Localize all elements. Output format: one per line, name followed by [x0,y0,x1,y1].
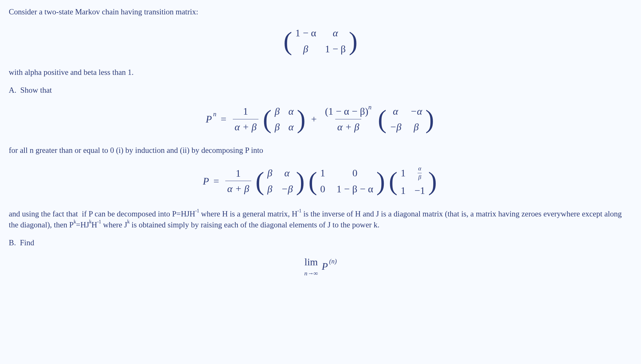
paren-right-icon: ) [297,102,305,136]
paren-left-icon: ( [308,164,317,198]
equals-sign: = [213,174,219,188]
matrix-cell: β [414,120,419,134]
matrix-cell: α [289,104,294,118]
body-text-2: for all n greater than or equal to 0 (i)… [9,145,632,156]
paren-right-icon: ) [425,102,434,136]
matrix-cell: α [289,120,294,134]
matrix-cell: −α [410,104,422,118]
superscript-k: k [89,219,91,225]
matrix-cell: β [267,166,272,180]
matrix-cell: −β [390,120,402,134]
eq-decomposition: P = 1 α + β ( β α β −β ) ( 1 0 0 1 − β −… [9,163,632,200]
symbol-P: P [322,259,328,273]
matrix-cell: 0 [320,182,325,196]
matrix-cell-frac: α β [418,164,422,182]
denominator: α + β [335,119,361,134]
matrix-cell: α [393,104,398,118]
paren-left-icon: ( [284,24,292,58]
symbol-P: P [206,112,212,126]
matrix-cell: β [303,42,308,56]
matrix-cell: 1 − α [295,26,316,40]
paren-right-icon: ) [349,24,358,58]
lim-sub: n→∞ [304,269,318,278]
paren-left-icon: ( [378,102,387,136]
matrix-cell: 0 [352,166,357,180]
superscript-k: k [127,219,130,225]
condition-text: with alpha positive and beta less than 1… [9,67,632,78]
eq-transition-matrix: ( 1 − α α β 1 − β ) [9,24,632,58]
numerator: 1 [234,166,242,181]
eq-pn-formula: Pn = 1 α + β ( β α β α ) + (1 − α − β)n … [9,102,632,136]
paren-left-icon: ( [263,102,272,136]
part-a-label: A. Show that [9,85,632,96]
matrix-cell: 1 − β − α [336,182,373,196]
body-text-3: and using the fact that if P can be deco… [9,208,632,230]
superscript-n: n [368,103,372,111]
paren-right-icon: ) [428,163,437,200]
paren-left-icon: ( [256,164,264,198]
matrix-cell: α [284,166,290,180]
matrix-cell: 1 [401,166,406,180]
matrix-cell: β [267,182,272,196]
lim-text: lim [305,255,318,269]
matrix-cell: 1 − β [325,42,346,56]
matrix-cell: −1 [414,184,425,198]
superscript-minus1: -1 [97,219,101,225]
numerator: 1 [241,104,250,119]
matrix-cell: β [275,104,280,118]
matrix-cell: −β [281,182,293,196]
eq-limit: lim n→∞ P(n) [9,255,632,278]
plus-sign: + [311,112,317,126]
matrix-cell: α [333,26,338,40]
denominator: α + β [233,119,258,134]
paren-right-icon: ) [296,164,305,198]
paren-left-icon: ( [389,163,398,200]
denominator: α + β [225,181,251,196]
equals-sign: = [221,112,227,126]
superscript-n: n [213,109,216,118]
superscript-minus1: -1 [195,208,199,214]
intro-text: Consider a two-state Markov chain having… [9,6,632,17]
superscript-minus1: -1 [297,208,301,214]
matrix-cell: β [275,120,280,134]
symbol-P: P [203,174,209,188]
matrix-cell: 1 [401,184,406,198]
numerator-base: (1 − α − β) [325,106,368,117]
matrix-cell: 1 [320,166,325,180]
paren-right-icon: ) [376,164,385,198]
superscript-k: k [74,219,76,225]
superscript-n: (n) [329,257,337,266]
part-b-label: B. Find [9,237,632,248]
